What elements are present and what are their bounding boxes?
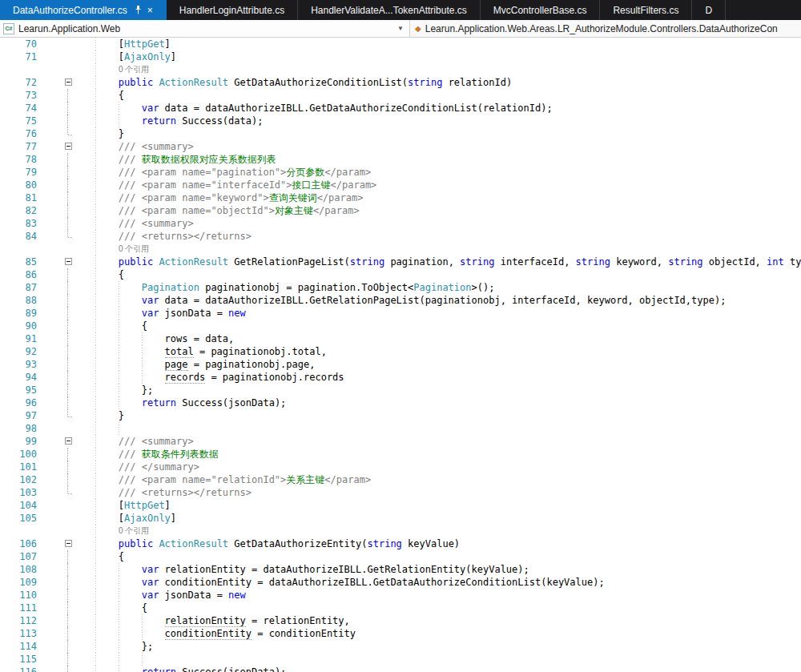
- project-dropdown[interactable]: C# Learun.Application.Web ▼: [0, 20, 410, 37]
- code-text[interactable]: public ActionResult GetDataAuthorizeEnti…: [72, 537, 801, 550]
- line-number: [0, 525, 40, 537]
- code-line: 76 }: [0, 127, 801, 140]
- fold-margin: [40, 576, 72, 589]
- tab-resultfilters-cs[interactable]: ResultFilters.cs: [600, 0, 692, 20]
- code-text[interactable]: return Success(data);: [72, 115, 801, 127]
- fold-guide: [67, 627, 68, 640]
- fold-guide: [67, 358, 68, 371]
- code-text[interactable]: var relationEntity = dataAuthorizeIBLL.G…: [72, 563, 801, 576]
- code-text[interactable]: rows = data,: [72, 332, 801, 345]
- code-text[interactable]: var jsonData = new: [72, 307, 801, 320]
- code-text[interactable]: /// </summary>: [72, 461, 801, 473]
- code-text[interactable]: {: [72, 320, 801, 332]
- code-text[interactable]: /// <summary>: [72, 140, 801, 153]
- fold-margin: [40, 550, 72, 563]
- line-number: 93: [0, 358, 40, 371]
- code-text[interactable]: /// <summary>: [72, 435, 801, 448]
- codelens-references[interactable]: 0 个引用: [72, 63, 801, 76]
- code-text[interactable]: /// <param name="interfaceId">接口主键</para…: [72, 179, 801, 191]
- collapse-icon[interactable]: [65, 78, 72, 86]
- code-text[interactable]: return Success(jsonData);: [72, 396, 801, 409]
- code-text[interactable]: };: [72, 384, 801, 396]
- code-text[interactable]: [AjaxOnly]: [72, 512, 801, 525]
- fold-guide: [67, 409, 68, 416]
- code-text[interactable]: /// <returns></returns>: [72, 486, 801, 499]
- code-line: 91 rows = data,: [0, 332, 801, 345]
- code-text[interactable]: [HttpGet]: [72, 499, 801, 512]
- code-text[interactable]: conditionEntity = conditionEntity: [72, 627, 801, 640]
- code-line: 94 records = paginationobj.records: [0, 371, 801, 384]
- fold-guide: [67, 384, 68, 396]
- code-text[interactable]: {: [72, 268, 801, 281]
- tab-handlervalidatea-tokenattribute-cs[interactable]: HandlerValidateA...TokenAttribute.cs: [298, 0, 481, 20]
- code-text[interactable]: /// <summary>: [72, 217, 801, 230]
- code-text[interactable]: relationEntity = relationEntity,: [72, 614, 801, 627]
- code-text[interactable]: [72, 653, 801, 666]
- code-text[interactable]: }: [72, 409, 801, 422]
- code-text[interactable]: var data = dataAuthorizeIBLL.GetRelation…: [72, 294, 801, 307]
- code-text[interactable]: var jsonData = new: [72, 589, 801, 602]
- collapse-icon[interactable]: [65, 540, 72, 547]
- tab-dataauthorizecontroller-cs[interactable]: DataAuthorizeController.cs×: [0, 0, 167, 20]
- code-text[interactable]: [HttpGet]: [72, 38, 801, 50]
- tab-label: D: [705, 5, 712, 16]
- code-text[interactable]: Pagination paginationobj = pagination.To…: [72, 281, 801, 294]
- fold-margin: [40, 448, 72, 461]
- fold-margin: [40, 371, 72, 384]
- pin-icon[interactable]: [135, 6, 142, 14]
- code-text[interactable]: /// <param name="keyword">查询关键词</param>: [72, 191, 801, 204]
- line-number: 101: [0, 461, 40, 473]
- fold-margin: [40, 332, 72, 345]
- line-number: 104: [0, 499, 40, 512]
- code-text[interactable]: [AjaxOnly]: [72, 50, 801, 63]
- line-number: 81: [0, 191, 40, 204]
- chevron-down-icon[interactable]: ▼: [397, 25, 406, 32]
- code-text[interactable]: /// 获取数据权限对应关系数据列表: [72, 153, 801, 166]
- code-editor[interactable]: 70 [HttpGet]71 [AjaxOnly]0 个引用72 public …: [0, 38, 801, 672]
- fold-margin: [40, 409, 72, 422]
- fold-guide: [67, 486, 68, 493]
- close-icon[interactable]: ×: [147, 6, 153, 15]
- code-text[interactable]: }: [72, 127, 801, 140]
- codelens-references[interactable]: 0 个引用: [72, 243, 801, 256]
- code-text[interactable]: /// <returns></returns>: [72, 230, 801, 243]
- code-text[interactable]: public ActionResult GetDataAuthorizeCond…: [72, 76, 801, 89]
- code-text[interactable]: records = paginationobj.records: [72, 371, 801, 384]
- fold-margin: [40, 76, 72, 89]
- code-text[interactable]: page = paginationobj.page,: [72, 358, 801, 371]
- collapse-icon[interactable]: [65, 143, 72, 150]
- type-dropdown[interactable]: ◆ Learun.Application.Web.Areas.LR_Author…: [410, 20, 801, 37]
- code-text[interactable]: public ActionResult GetRelationPageList(…: [72, 256, 801, 268]
- code-text[interactable]: [72, 422, 801, 435]
- fold-margin: [40, 563, 72, 576]
- code-text[interactable]: };: [72, 640, 801, 653]
- tab-handlerloginattribute-cs[interactable]: HandlerLoginAttribute.cs: [167, 0, 298, 20]
- code-line: 116 return Success(jsonData);: [0, 666, 801, 672]
- code-line: 89 var jsonData = new: [0, 307, 801, 320]
- collapse-icon[interactable]: [65, 437, 72, 445]
- fold-margin: [40, 166, 72, 179]
- fold-margin: [40, 537, 72, 550]
- code-text[interactable]: {: [72, 89, 801, 102]
- code-text[interactable]: {: [72, 550, 801, 563]
- tab-label: HandlerValidateA...TokenAttribute.cs: [311, 5, 467, 16]
- codelens-references[interactable]: 0 个引用: [72, 525, 801, 537]
- code-text[interactable]: var conditionEntity = dataAuthorizeIBLL.…: [72, 576, 801, 589]
- line-number: 106: [0, 537, 40, 550]
- fold-guide: [67, 640, 68, 653]
- code-text[interactable]: /// 获取条件列表数据: [72, 448, 801, 461]
- tab-d[interactable]: D: [692, 0, 726, 20]
- code-text[interactable]: {: [72, 602, 801, 614]
- code-text[interactable]: return Success(jsonData);: [72, 666, 801, 672]
- code-text[interactable]: total = paginationobj.total,: [72, 345, 801, 358]
- code-text[interactable]: /// <param name="relationId">关系主键</param…: [72, 473, 801, 486]
- fold-guide: [67, 371, 68, 384]
- collapse-icon[interactable]: [65, 258, 72, 265]
- code-line: 88 var data = dataAuthorizeIBLL.GetRelat…: [0, 294, 801, 307]
- code-line: 78 /// 获取数据权限对应关系数据列表: [0, 153, 801, 166]
- code-text[interactable]: var data = dataAuthorizeIBLL.GetDataAuth…: [72, 102, 801, 115]
- tab-mvccontrollerbase-cs[interactable]: MvcControllerBase.cs: [481, 0, 601, 20]
- fold-margin: [40, 666, 72, 672]
- code-text[interactable]: /// <param name="pagination">分页参数</param…: [72, 166, 801, 179]
- code-text[interactable]: /// <param name="objectId">对象主键</param>: [72, 204, 801, 217]
